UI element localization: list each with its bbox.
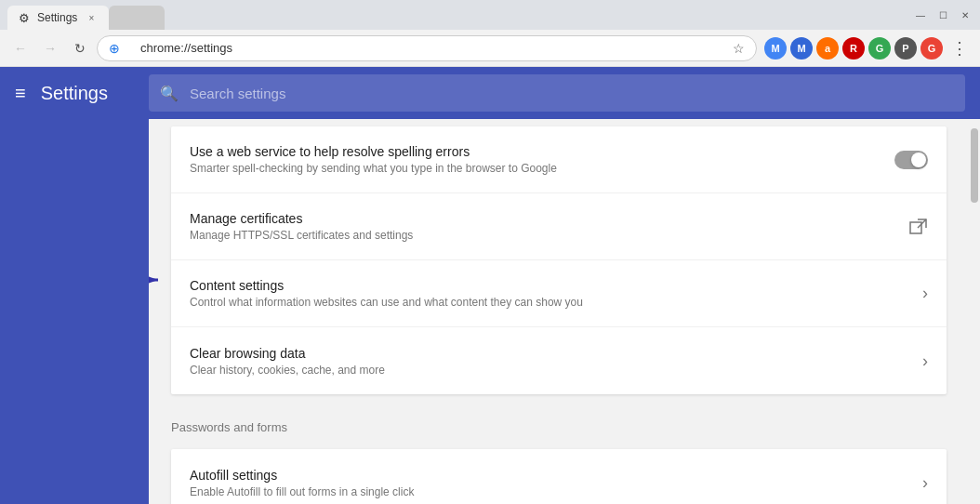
main-layout: ≡ Settings 🔍 (0, 67, 980, 504)
certificates-action[interactable] (909, 218, 928, 236)
minimize-button[interactable]: — (913, 7, 928, 22)
toggle-switch[interactable] (894, 151, 928, 169)
clear-browsing-row[interactable]: Clear browsing data Clear history, cooki… (171, 327, 947, 394)
certificates-row[interactable]: Manage certificates Manage HTTPS/SSL cer… (171, 193, 947, 260)
settings-gear-icon: ⚙ (19, 11, 30, 25)
tab-strip: ⚙ Settings × (7, 3, 165, 27)
search-bar-wrapper: 🔍 (149, 74, 980, 112)
content-settings-desc: Control what information websites can us… (190, 296, 907, 309)
navigation-bar: ← → ↻ ⊕ chrome://settings ☆ M M a R G P … (0, 30, 980, 67)
window-controls: — ☐ ✕ (913, 7, 973, 22)
sidebar-header: ≡ Settings (0, 67, 149, 119)
svg-rect-1 (910, 222, 921, 233)
address-bar[interactable]: ⊕ chrome://settings ☆ (97, 35, 757, 61)
spell-check-title: Use a web service to help resolve spelli… (190, 144, 880, 159)
autofill-text: Autofill settings Enable Autofill to fil… (190, 468, 907, 498)
search-container: 🔍 (149, 74, 965, 112)
content-settings-text: Content settings Control what informatio… (190, 278, 907, 309)
new-tab[interactable] (109, 6, 165, 30)
clear-browsing-chevron[interactable]: › (922, 351, 928, 371)
autofill-row[interactable]: Autofill settings Enable Autofill to fil… (171, 449, 947, 504)
ext-g-icon[interactable]: G (868, 37, 891, 60)
external-link-icon (909, 218, 928, 236)
privacy-settings-card: Use a web service to help resolve spelli… (171, 126, 947, 394)
back-button[interactable]: ← (7, 35, 33, 61)
close-button[interactable]: ✕ (958, 7, 973, 22)
clear-browsing-text: Clear browsing data Clear history, cooki… (190, 346, 907, 377)
arrow-annotation (149, 229, 167, 294)
active-tab[interactable]: ⚙ Settings × (7, 6, 109, 30)
ext-r-icon[interactable]: R (842, 37, 865, 60)
content-area: Use a web service to help resolve spelli… (149, 119, 969, 504)
settings-title: Settings (41, 83, 108, 104)
browser-window: ⚙ Settings × — ☐ ✕ ← → ↻ ⊕ chrome://sett… (0, 0, 980, 504)
certificates-text: Manage certificates Manage HTTPS/SSL cer… (190, 211, 894, 242)
sidebar (0, 119, 149, 504)
clear-browsing-desc: Clear history, cookies, cache, and more (190, 364, 907, 377)
passwords-settings-card: Autofill settings Enable Autofill to fil… (171, 449, 947, 504)
search-icon: 🔍 (160, 85, 179, 102)
autofill-desc: Enable Autofill to fill out forms in a s… (190, 485, 907, 498)
ext-meet-icon[interactable]: M (790, 37, 813, 60)
clear-browsing-title: Clear browsing data (190, 346, 907, 361)
ext-amazon-icon[interactable]: a (816, 37, 839, 60)
ext-p-icon[interactable]: P (894, 37, 917, 60)
search-input[interactable] (190, 86, 954, 101)
content-settings-row[interactable]: Content settings Control what informatio… (171, 260, 947, 327)
content-settings-title: Content settings (190, 278, 907, 293)
title-bar: ⚙ Settings × — ☐ ✕ (0, 0, 980, 30)
tab-title: Settings (37, 11, 77, 24)
site-icon: ⊕ (109, 41, 124, 56)
spell-check-row: Use a web service to help resolve spelli… (171, 126, 947, 193)
scrollbar-thumb[interactable] (971, 128, 978, 203)
ext-ga-icon[interactable]: G (920, 37, 943, 60)
ext-gmail-icon[interactable]: M (764, 37, 787, 60)
hamburger-icon[interactable]: ≡ (15, 83, 26, 104)
certificates-desc: Manage HTTPS/SSL certificates and settin… (190, 229, 894, 242)
refresh-button[interactable]: ↻ (67, 35, 93, 61)
spell-check-toggle[interactable] (894, 151, 928, 169)
autofill-title: Autofill settings (190, 468, 907, 483)
bookmark-star-icon[interactable]: ☆ (733, 41, 745, 56)
address-text: chrome://settings (140, 41, 725, 55)
chrome-menu-button[interactable]: ⋮ (947, 35, 973, 61)
spell-check-text: Use a web service to help resolve spelli… (190, 144, 880, 175)
toggle-knob (911, 153, 926, 167)
certificates-title: Manage certificates (190, 211, 894, 226)
maximize-button[interactable]: ☐ (935, 7, 950, 22)
forward-button[interactable]: → (37, 35, 63, 61)
app-header: ≡ Settings 🔍 (0, 67, 980, 119)
content-settings-chevron[interactable]: › (922, 284, 928, 303)
tab-close-button[interactable]: × (85, 11, 98, 24)
passwords-section-label: Passwords and forms (149, 402, 969, 442)
extensions-area: M M a R G P G ⋮ (764, 35, 973, 61)
spell-check-desc: Smarter spell-checking by sending what y… (190, 162, 880, 175)
scrollbar-track[interactable] (969, 119, 980, 504)
autofill-chevron[interactable]: › (922, 473, 928, 493)
